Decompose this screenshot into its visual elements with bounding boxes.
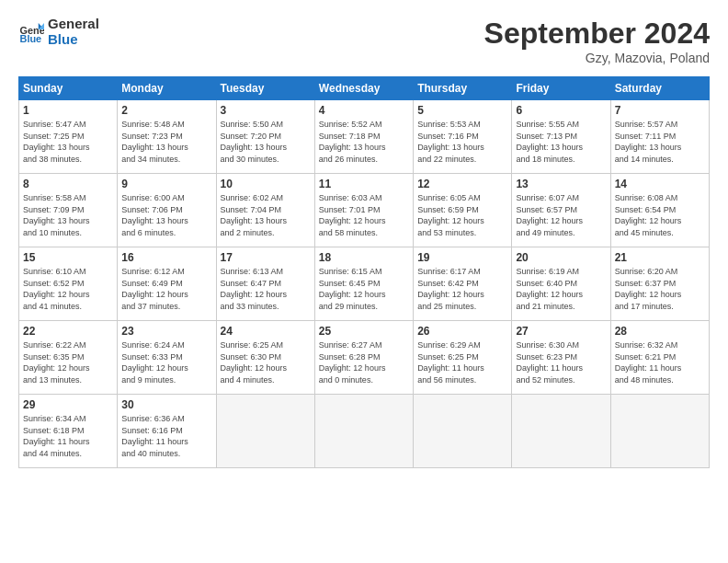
day-number: 7: [615, 104, 705, 117]
table-row: 2Sunrise: 5:48 AMSunset: 7:23 PMDaylight…: [118, 100, 216, 174]
day-number: 12: [417, 178, 507, 190]
day-number: 15: [23, 251, 113, 264]
table-row: 7Sunrise: 5:57 AMSunset: 7:11 PMDaylight…: [610, 100, 709, 174]
day-info: Sunrise: 5:52 AMSunset: 7:18 PMDaylight:…: [319, 120, 386, 164]
day-number: 16: [121, 251, 211, 264]
day-number: 18: [319, 251, 409, 264]
day-info: Sunrise: 6:34 AMSunset: 6:18 PMDaylight:…: [23, 414, 90, 458]
day-info: Sunrise: 6:08 AMSunset: 6:54 PMDaylight:…: [615, 193, 682, 237]
day-number: 24: [221, 325, 311, 338]
table-row: [216, 395, 314, 468]
header-sunday: Sunday: [19, 77, 118, 100]
day-number: 6: [516, 104, 606, 117]
logo-general: General: [48, 17, 99, 32]
table-row: 15Sunrise: 6:10 AMSunset: 6:52 PMDayligh…: [19, 247, 118, 321]
day-info: Sunrise: 6:10 AMSunset: 6:52 PMDaylight:…: [23, 267, 90, 311]
day-info: Sunrise: 6:20 AMSunset: 6:37 PMDaylight:…: [615, 267, 682, 311]
header-friday: Friday: [512, 77, 610, 100]
day-info: Sunrise: 6:12 AMSunset: 6:49 PMDaylight:…: [121, 267, 188, 311]
day-info: Sunrise: 6:30 AMSunset: 6:23 PMDaylight:…: [516, 340, 583, 385]
day-number: 10: [221, 178, 311, 190]
table-row: 12Sunrise: 6:05 AMSunset: 6:59 PMDayligh…: [414, 174, 512, 247]
table-row: 10Sunrise: 6:02 AMSunset: 7:04 PMDayligh…: [216, 174, 314, 247]
calendar-week-row: 29Sunrise: 6:34 AMSunset: 6:18 PMDayligh…: [19, 395, 710, 468]
day-number: 3: [221, 104, 311, 117]
day-number: 11: [319, 178, 409, 190]
day-info: Sunrise: 6:13 AMSunset: 6:47 PMDaylight:…: [221, 267, 288, 311]
day-info: Sunrise: 6:19 AMSunset: 6:40 PMDaylight:…: [516, 267, 583, 311]
table-row: 16Sunrise: 6:12 AMSunset: 6:49 PMDayligh…: [118, 247, 216, 321]
table-row: 28Sunrise: 6:32 AMSunset: 6:21 PMDayligh…: [610, 321, 709, 395]
table-row: 9Sunrise: 6:00 AMSunset: 7:06 PMDaylight…: [118, 174, 216, 247]
day-number: 9: [121, 178, 211, 190]
header-wednesday: Wednesday: [314, 77, 413, 100]
svg-text:Blue: Blue: [20, 32, 42, 43]
day-info: Sunrise: 6:02 AMSunset: 7:04 PMDaylight:…: [221, 193, 288, 237]
day-number: 8: [23, 178, 113, 190]
table-row: 6Sunrise: 5:55 AMSunset: 7:13 PMDaylight…: [512, 100, 610, 174]
table-row: 14Sunrise: 6:08 AMSunset: 6:54 PMDayligh…: [610, 174, 709, 247]
day-info: Sunrise: 5:47 AMSunset: 7:25 PMDaylight:…: [23, 120, 90, 164]
table-row: [610, 395, 709, 468]
day-number: 17: [221, 251, 311, 264]
day-info: Sunrise: 6:32 AMSunset: 6:21 PMDaylight:…: [615, 340, 682, 385]
day-number: 21: [615, 251, 705, 264]
day-number: 28: [615, 325, 705, 338]
day-info: Sunrise: 6:17 AMSunset: 6:42 PMDaylight:…: [417, 267, 484, 311]
header-saturday: Saturday: [610, 77, 709, 100]
weekday-header-row: Sunday Monday Tuesday Wednesday Thursday…: [19, 77, 710, 100]
month-title: September 2024: [484, 17, 710, 51]
table-row: 13Sunrise: 6:07 AMSunset: 6:57 PMDayligh…: [512, 174, 610, 247]
table-row: 18Sunrise: 6:15 AMSunset: 6:45 PMDayligh…: [314, 247, 413, 321]
table-row: 21Sunrise: 6:20 AMSunset: 6:37 PMDayligh…: [610, 247, 709, 321]
day-number: 30: [121, 398, 211, 411]
day-number: 5: [417, 104, 507, 117]
day-info: Sunrise: 5:58 AMSunset: 7:09 PMDaylight:…: [23, 193, 90, 237]
day-info: Sunrise: 6:22 AMSunset: 6:35 PMDaylight:…: [23, 340, 90, 385]
header-tuesday: Tuesday: [216, 77, 314, 100]
table-row: 26Sunrise: 6:29 AMSunset: 6:25 PMDayligh…: [414, 321, 512, 395]
day-number: 2: [121, 104, 211, 117]
day-info: Sunrise: 6:15 AMSunset: 6:45 PMDaylight:…: [319, 267, 386, 311]
day-info: Sunrise: 5:57 AMSunset: 7:11 PMDaylight:…: [615, 120, 682, 164]
location-subtitle: Gzy, Mazovia, Poland: [484, 51, 710, 65]
day-info: Sunrise: 6:27 AMSunset: 6:28 PMDaylight:…: [319, 340, 386, 385]
table-row: 25Sunrise: 6:27 AMSunset: 6:28 PMDayligh…: [314, 321, 413, 395]
table-row: 23Sunrise: 6:24 AMSunset: 6:33 PMDayligh…: [118, 321, 216, 395]
day-number: 4: [319, 104, 409, 117]
table-row: 27Sunrise: 6:30 AMSunset: 6:23 PMDayligh…: [512, 321, 610, 395]
day-number: 22: [23, 325, 113, 338]
day-number: 23: [121, 325, 211, 338]
table-row: [414, 395, 512, 468]
table-row: 19Sunrise: 6:17 AMSunset: 6:42 PMDayligh…: [414, 247, 512, 321]
day-number: 29: [23, 398, 113, 411]
table-row: 29Sunrise: 6:34 AMSunset: 6:18 PMDayligh…: [19, 395, 118, 468]
day-info: Sunrise: 6:29 AMSunset: 6:25 PMDaylight:…: [417, 340, 484, 385]
day-info: Sunrise: 5:48 AMSunset: 7:23 PMDaylight:…: [121, 120, 188, 164]
logo-blue: Blue: [48, 32, 99, 48]
day-number: 1: [23, 104, 113, 117]
table-row: 8Sunrise: 5:58 AMSunset: 7:09 PMDaylight…: [19, 174, 118, 247]
logo: General Blue General Blue: [18, 17, 99, 47]
day-number: 14: [615, 178, 705, 190]
header-thursday: Thursday: [414, 77, 512, 100]
day-info: Sunrise: 6:00 AMSunset: 7:06 PMDaylight:…: [121, 193, 188, 237]
table-row: 30Sunrise: 6:36 AMSunset: 6:16 PMDayligh…: [118, 395, 216, 468]
table-row: 5Sunrise: 5:53 AMSunset: 7:16 PMDaylight…: [414, 100, 512, 174]
title-area: September 2024 Gzy, Mazovia, Poland: [484, 17, 710, 65]
day-info: Sunrise: 6:03 AMSunset: 7:01 PMDaylight:…: [319, 193, 386, 237]
day-number: 13: [516, 178, 606, 190]
day-number: 19: [417, 251, 507, 264]
day-info: Sunrise: 5:50 AMSunset: 7:20 PMDaylight:…: [221, 120, 288, 164]
day-number: 26: [417, 325, 507, 338]
table-row: [512, 395, 610, 468]
table-row: 17Sunrise: 6:13 AMSunset: 6:47 PMDayligh…: [216, 247, 314, 321]
calendar-week-row: 1Sunrise: 5:47 AMSunset: 7:25 PMDaylight…: [19, 100, 710, 174]
day-info: Sunrise: 6:05 AMSunset: 6:59 PMDaylight:…: [417, 193, 484, 237]
calendar-week-row: 15Sunrise: 6:10 AMSunset: 6:52 PMDayligh…: [19, 247, 710, 321]
calendar-week-row: 8Sunrise: 5:58 AMSunset: 7:09 PMDaylight…: [19, 174, 710, 247]
table-row: 11Sunrise: 6:03 AMSunset: 7:01 PMDayligh…: [314, 174, 413, 247]
calendar-table: Sunday Monday Tuesday Wednesday Thursday…: [18, 76, 710, 468]
day-info: Sunrise: 5:55 AMSunset: 7:13 PMDaylight:…: [516, 120, 583, 164]
day-info: Sunrise: 6:24 AMSunset: 6:33 PMDaylight:…: [121, 340, 188, 385]
